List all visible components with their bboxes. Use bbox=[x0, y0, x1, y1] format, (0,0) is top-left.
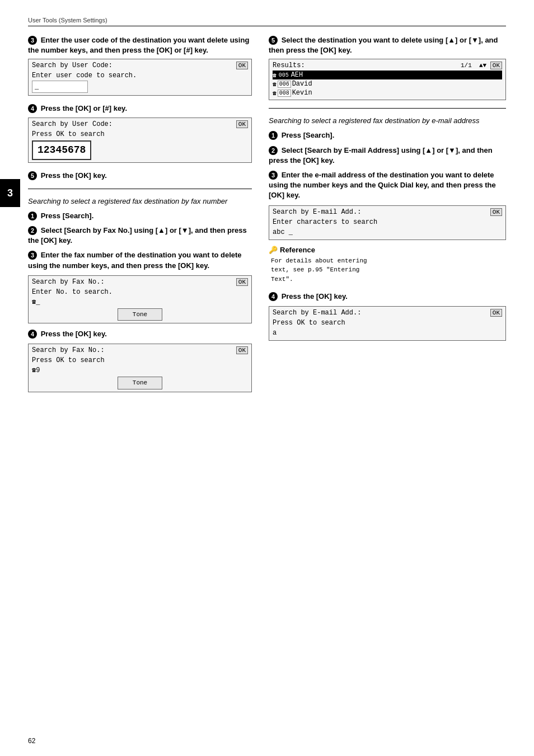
email-step3-num: 3 bbox=[269, 171, 278, 180]
step4-number: 4 bbox=[28, 104, 37, 113]
lcd1-body: Enter user code to search. _ bbox=[32, 71, 248, 93]
results-row-1: ☎005AEH bbox=[273, 71, 502, 79]
email-step1-num: 1 bbox=[269, 131, 278, 140]
lcd2-body: Press OK to search 12345678 bbox=[32, 129, 248, 160]
lcd5-header-text: Search by E-mail Add.: bbox=[273, 208, 361, 216]
code-badge-3: 008 bbox=[278, 90, 291, 97]
email-step2-num: 2 bbox=[269, 146, 278, 155]
email-step2: 2 Select [Search by E-mail Address] usin… bbox=[269, 145, 506, 166]
step5r-block: 5 Select the destination you want to del… bbox=[269, 35, 506, 100]
fax-section-title: Searching to select a registered fax des… bbox=[28, 197, 252, 205]
lcd4-line1: Press OK to search bbox=[32, 355, 248, 365]
lcd3-body: Enter No. to search. ☎_ Tone bbox=[32, 287, 248, 321]
lcd6-ok: OK bbox=[490, 309, 502, 317]
lcd5-body: Enter characters to search abc _ bbox=[273, 217, 502, 237]
lcd6-body: Press OK to search a bbox=[273, 318, 502, 338]
fax-icon-3: ☎ bbox=[273, 90, 277, 97]
fax-step3: 3 Enter the fax number of the destinatio… bbox=[28, 250, 252, 270]
lcd2-large-number: 12345678 bbox=[32, 140, 91, 160]
lcd2: Search by User Code: OK Press OK to sear… bbox=[28, 118, 252, 163]
divider1 bbox=[28, 189, 252, 189]
name-3: Kevin bbox=[292, 89, 312, 97]
lcd6-header-text: Search by E-mail Add.: bbox=[273, 309, 361, 317]
page-container: User Tools (System Settings) 3 3 Enter t… bbox=[0, 0, 534, 756]
header-line: User Tools (System Settings) bbox=[28, 17, 506, 26]
fax-step2-num: 2 bbox=[28, 226, 37, 235]
lcd1-header: Search by User Code: OK bbox=[32, 62, 248, 69]
lcd4-header-text: Search by Fax No.: bbox=[32, 346, 105, 354]
fax-step4-num: 4 bbox=[28, 330, 37, 339]
results-ok: OK bbox=[490, 62, 502, 69]
reference-text: For details about enteringtext, see p.95… bbox=[271, 256, 506, 284]
results-row-2: ☎006David bbox=[273, 79, 502, 88]
fax-step2: 2 Select [Search by Fax No.] using [▲] o… bbox=[28, 226, 252, 246]
step4-title: 4 Press the [OK] or [#] key. bbox=[28, 104, 252, 114]
fax-step1: 1 Press [Search]. bbox=[28, 211, 252, 221]
lcd1-line1: Enter user code to search. bbox=[32, 71, 248, 81]
reference-title: 🔑 Reference bbox=[269, 246, 506, 254]
lcd4-header: Search by Fax No.: OK bbox=[32, 346, 248, 354]
results-row-3: ☎008Kevin bbox=[273, 88, 502, 97]
lcd1-header-text: Search by User Code: bbox=[32, 62, 113, 69]
lcd4: Search by Fax No.: OK Press OK to search… bbox=[28, 344, 252, 392]
lcd2-line1: Press OK to search bbox=[32, 129, 248, 139]
lcd6-line2: a bbox=[273, 328, 502, 338]
left-column: 3 Enter the user code of the destination… bbox=[28, 35, 252, 398]
lcd2-header: Search by User Code: OK bbox=[32, 120, 248, 128]
lcd3-line1: Enter No. to search. bbox=[32, 287, 248, 297]
email-step1: 1 Press [Search]. bbox=[269, 130, 506, 140]
lcd3-ok: OK bbox=[236, 278, 248, 286]
email-step4: 4 Press the [OK] key. bbox=[269, 292, 506, 302]
lcd5-header: Search by E-mail Add.: OK bbox=[273, 208, 502, 216]
results-box: Results: 1/1 ▲▼ OK ☎005AEH ☎006David ☎00… bbox=[269, 59, 506, 100]
fax-icon-1: ☎ bbox=[273, 72, 277, 79]
step3-title: 3 Enter the user code of the destination… bbox=[28, 35, 252, 55]
fax-step1-num: 1 bbox=[28, 212, 37, 220]
lcd2-ok: OK bbox=[236, 120, 248, 128]
step5r-number: 5 bbox=[269, 36, 278, 45]
lcd1-input: _ bbox=[32, 81, 88, 93]
step3-number: 3 bbox=[28, 36, 37, 45]
name-2: David bbox=[292, 80, 312, 88]
lcd3-line2: ☎_ bbox=[32, 297, 248, 307]
step4-block: 4 Press the [OK] or [#] key. Search by U… bbox=[28, 104, 252, 162]
main-content: 3 Enter the user code of the destination… bbox=[28, 35, 506, 398]
lcd5: Search by E-mail Add.: OK Enter characte… bbox=[269, 205, 506, 240]
reference-block: 🔑 Reference For details about enteringte… bbox=[269, 246, 506, 284]
lcd4-body: Press OK to search ☎9 Tone bbox=[32, 355, 248, 389]
lcd3: Search by Fax No.: OK Enter No. to searc… bbox=[28, 275, 252, 324]
fax-step4: 4 Press the [OK] key. bbox=[28, 329, 252, 339]
right-column: 5 Select the destination you want to del… bbox=[269, 35, 506, 398]
name-1: AEH bbox=[291, 71, 303, 79]
lcd5-ok: OK bbox=[490, 208, 502, 216]
lcd5-line2: abc _ bbox=[273, 227, 502, 237]
lcd6: Search by E-mail Add.: OK Press OK to se… bbox=[269, 306, 506, 341]
lcd1: Search by User Code: OK Enter user code … bbox=[28, 59, 252, 96]
lcd4-tone: Tone bbox=[118, 377, 162, 389]
code-badge-2: 006 bbox=[278, 81, 291, 88]
fax-step3-num: 3 bbox=[28, 251, 37, 260]
lcd4-line2: ☎9 bbox=[32, 365, 248, 375]
step5-block: 5 Press the [OK] key. bbox=[28, 171, 252, 181]
code-badge-1: 005 bbox=[278, 72, 290, 78]
lcd3-header: Search by Fax No.: OK bbox=[32, 278, 248, 286]
step5r-title: 5 Select the destination you want to del… bbox=[269, 35, 506, 55]
lcd3-header-text: Search by Fax No.: bbox=[32, 278, 105, 286]
step5-title: 5 Press the [OK] key. bbox=[28, 171, 252, 181]
lcd6-header: Search by E-mail Add.: OK bbox=[273, 309, 502, 317]
lcd3-tone: Tone bbox=[118, 308, 162, 321]
email-step3: 3 Enter the e-mail address of the destin… bbox=[269, 170, 506, 201]
divider2 bbox=[269, 108, 506, 109]
results-page-info: 1/1 ▲▼ OK bbox=[461, 62, 502, 69]
lcd4-ok: OK bbox=[236, 346, 248, 354]
chapter-marker: 3 bbox=[0, 179, 20, 207]
step5-number: 5 bbox=[28, 171, 37, 180]
email-section-title: Searching to select a registered fax des… bbox=[269, 116, 506, 125]
lcd6-line1: Press OK to search bbox=[273, 318, 502, 328]
lcd5-line1: Enter characters to search bbox=[273, 217, 502, 227]
step3-block: 3 Enter the user code of the destination… bbox=[28, 35, 252, 96]
page-number: 62 bbox=[28, 737, 35, 745]
lcd2-header-text: Search by User Code: bbox=[32, 120, 113, 128]
results-header-text: Results: bbox=[273, 62, 305, 69]
fax-icon-2: ☎ bbox=[273, 81, 277, 88]
